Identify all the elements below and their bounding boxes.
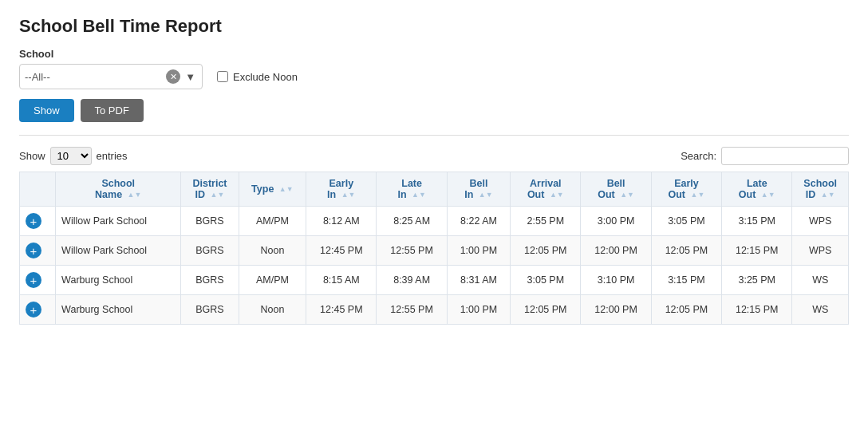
show-label: Show [19,150,45,162]
col-expand [20,172,56,207]
type-cell: AM/PM [239,266,306,295]
sort-icon-late-in: ▲▼ [412,191,426,199]
form-section: School --All-- ✕ ▼ Exclude Noon Show To … [19,48,849,122]
sort-icon-district-id: ▲▼ [211,191,225,199]
expand-button[interactable]: + [26,243,41,258]
sort-icon-bell-out: ▲▼ [620,191,634,199]
early-out-cell: 3:15 PM [651,266,721,295]
exclude-noon-label: Exclude Noon [233,71,298,83]
button-row: Show To PDF [19,99,849,122]
district-id-cell: BGRS [181,207,239,236]
bell-in-cell: 1:00 PM [447,236,510,266]
late-out-cell: 12:15 PM [722,295,792,325]
school-name-cell: Willow Park School [56,207,181,236]
arrival-out-cell: 12:05 PM [511,236,581,266]
late-in-cell: 8:39 AM [377,266,447,295]
exclude-noon-checkbox[interactable] [217,71,228,82]
bell-out-cell: 12:00 PM [581,295,651,325]
early-out-cell: 12:05 PM [651,295,721,325]
school-dropdown[interactable]: --All-- ✕ ▼ [19,64,203,89]
late-out-cell: 12:15 PM [722,236,792,266]
sort-icon-school-name: ▲▼ [128,191,142,199]
col-district-id[interactable]: DistrictID ▲▼ [181,172,239,207]
table-row: +Willow Park SchoolBGRSNoon12:45 PM12:55… [20,236,849,266]
sort-icon-type: ▲▼ [279,186,294,193]
bell-in-cell: 8:22 AM [447,207,510,236]
expand-button[interactable]: + [26,302,41,318]
col-late-in[interactable]: LateIn ▲▼ [377,172,447,207]
early-out-cell: 3:05 PM [651,207,721,236]
entries-wrap: Show 10 25 50 100 entries [19,147,128,165]
table-row: +Warburg SchoolBGRSAM/PM8:15 AM8:39 AM8:… [20,266,849,295]
sort-icon-arrival-out: ▲▼ [550,191,564,199]
bell-out-cell: 3:10 PM [581,266,651,295]
col-school-id[interactable]: SchoolID ▲▼ [792,172,849,207]
table-row: +Warburg SchoolBGRSNoon12:45 PM12:55 PM1… [20,295,849,325]
bell-out-cell: 3:00 PM [581,207,651,236]
sort-icon-bell-in: ▲▼ [479,191,493,199]
bell-out-cell: 12:00 PM [581,236,651,266]
school-name-cell: Willow Park School [56,236,181,266]
early-out-cell: 12:05 PM [651,236,721,266]
page-title: School Bell Time Report [19,16,849,37]
table-header: SchoolName ▲▼ DistrictID ▲▼ Type ▲▼ Earl… [20,172,849,207]
school-label: School [19,48,849,60]
arrival-out-cell: 12:05 PM [511,295,581,325]
col-early-in[interactable]: EarlyIn ▲▼ [306,172,377,207]
col-bell-in[interactable]: BellIn ▲▼ [447,172,510,207]
col-early-out[interactable]: EarlyOut ▲▼ [651,172,721,207]
bell-in-cell: 1:00 PM [447,295,510,325]
late-in-cell: 12:55 PM [377,295,447,325]
arrival-out-cell: 2:55 PM [511,207,581,236]
school-id-cell: WPS [792,236,849,266]
district-id-cell: BGRS [181,236,239,266]
expand-cell: + [20,236,56,266]
school-id-cell: WS [792,295,849,325]
sort-icon-late-out: ▲▼ [761,191,775,199]
col-type[interactable]: Type ▲▼ [239,172,306,207]
expand-button[interactable]: + [26,272,41,288]
arrival-out-cell: 3:05 PM [511,266,581,295]
school-id-cell: WPS [792,207,849,236]
clear-button[interactable]: ✕ [166,69,180,84]
header-row: SchoolName ▲▼ DistrictID ▲▼ Type ▲▼ Earl… [20,172,849,207]
sort-icon-school-id: ▲▼ [821,191,835,199]
school-row: --All-- ✕ ▼ Exclude Noon [19,64,849,89]
expand-cell: + [20,266,56,295]
col-late-out[interactable]: LateOut ▲▼ [722,172,792,207]
school-name-cell: Warburg School [56,295,181,325]
search-label: Search: [681,150,716,162]
table-body: +Willow Park SchoolBGRSAM/PM8:12 AM8:25 … [20,207,849,325]
late-in-cell: 12:55 PM [377,236,447,266]
entries-select[interactable]: 10 25 50 100 [50,147,92,165]
type-cell: AM/PM [239,207,306,236]
sort-icon-early-in: ▲▼ [341,191,356,199]
expand-cell: + [20,207,56,236]
school-id-cell: WS [792,266,849,295]
school-name-cell: Warburg School [56,266,181,295]
late-out-cell: 3:15 PM [722,207,792,236]
dropdown-arrow-button[interactable]: ▼ [183,71,197,83]
early-in-cell: 8:12 AM [306,207,377,236]
district-id-cell: BGRS [181,266,239,295]
col-school-name[interactable]: SchoolName ▲▼ [56,172,181,207]
bell-time-table: SchoolName ▲▼ DistrictID ▲▼ Type ▲▼ Earl… [19,172,849,325]
district-id-cell: BGRS [181,295,239,325]
expand-button[interactable]: + [26,213,41,229]
entries-label: entries [97,150,128,162]
school-dropdown-value: --All-- [25,71,166,83]
bell-in-cell: 8:31 AM [447,266,510,295]
search-input[interactable] [721,147,849,165]
divider [19,135,849,136]
pdf-button[interactable]: To PDF [81,99,144,122]
late-out-cell: 3:25 PM [722,266,792,295]
col-arrival-out[interactable]: ArrivalOut ▲▼ [511,172,581,207]
show-button[interactable]: Show [19,99,74,122]
sort-icon-early-out: ▲▼ [691,191,705,199]
late-in-cell: 8:25 AM [377,207,447,236]
type-cell: Noon [239,295,306,325]
col-bell-out[interactable]: BellOut ▲▼ [581,172,651,207]
early-in-cell: 12:45 PM [306,295,377,325]
search-wrap: Search: [681,147,849,165]
early-in-cell: 12:45 PM [306,236,377,266]
